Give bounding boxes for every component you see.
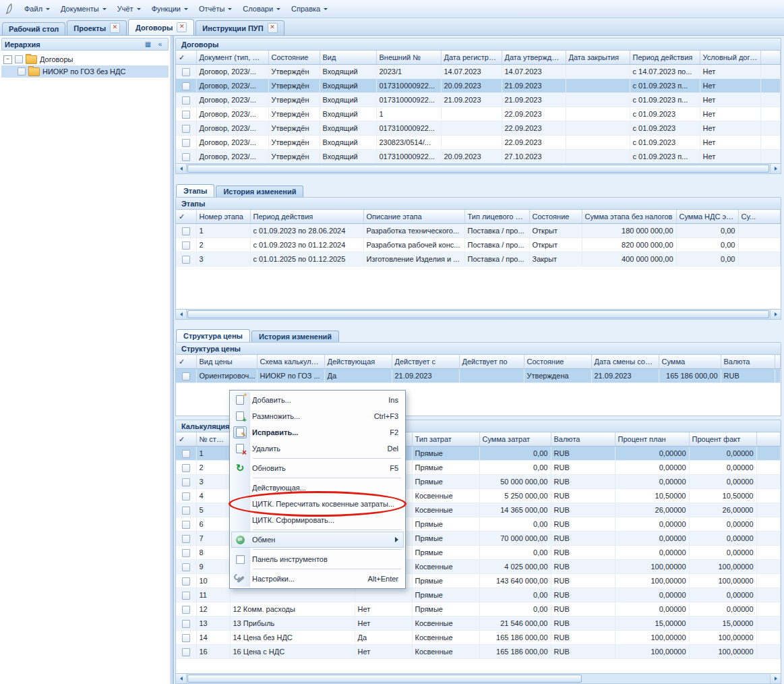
row-checkbox[interactable] xyxy=(182,492,190,501)
row-checkbox[interactable] xyxy=(182,68,190,76)
table-row[interactable]: 1с 01.09.2023 по 28.06.2024Разработка те… xyxy=(176,224,781,238)
menubar-item-accounting[interactable]: Учёт xyxy=(112,3,146,15)
row-checkbox[interactable] xyxy=(182,227,190,235)
contracts-horizontal-scrollbar[interactable] xyxy=(175,164,781,174)
menu-item[interactable]: ЦИТК. Сформировать... xyxy=(231,512,404,528)
column-header[interactable]: Действует по xyxy=(459,355,524,369)
row-checkbox[interactable] xyxy=(182,125,190,133)
table-row[interactable]: Договор, 2023/...УтверждёнВходящий122.09… xyxy=(176,107,781,121)
column-header[interactable]: Процент план xyxy=(615,432,689,447)
column-header[interactable]: Процент факт xyxy=(689,432,756,447)
column-header[interactable]: Номер этапа xyxy=(196,210,250,224)
table-row[interactable]: 3с 01.01.2025 по 01.12.2025Изготовление … xyxy=(176,252,781,266)
row-checkbox[interactable] xyxy=(182,563,190,571)
row-checkbox[interactable] xyxy=(182,82,190,90)
table-row[interactable]: Договор, 2023/...УтверждёнВходящий2023/1… xyxy=(176,65,781,79)
row-checkbox[interactable] xyxy=(182,634,190,642)
view-mode-icon[interactable]: ▦ xyxy=(143,39,153,49)
tab-pup-instructions[interactable]: Инструкции ПУП✕ xyxy=(195,20,284,35)
menu-item[interactable]: ОбновитьF5 xyxy=(231,460,404,476)
row-checkbox[interactable] xyxy=(182,153,190,161)
tree-item-niokr[interactable]: НИОКР по ГОЗ без НДС xyxy=(1,65,169,78)
row-checkbox[interactable] xyxy=(182,450,190,458)
column-header[interactable]: Схема калькуляции xyxy=(257,355,324,369)
close-icon[interactable]: ✕ xyxy=(110,23,120,33)
table-row[interactable]: 11Прямые0,00RUB0,000000,00000 xyxy=(176,588,781,602)
tree-collapse-icon[interactable]: − xyxy=(3,55,12,64)
row-checkbox[interactable] xyxy=(182,606,190,614)
tab-price-structure[interactable]: Структура цены xyxy=(176,329,250,342)
column-header[interactable]: Тип затрат xyxy=(412,432,479,447)
tree-item-contracts[interactable]: − Договоры xyxy=(1,53,169,65)
row-checkbox[interactable] xyxy=(182,96,190,105)
scroll-left-icon[interactable] xyxy=(176,674,187,683)
column-header[interactable]: Условный догов... xyxy=(700,51,760,65)
menubar-item-reports[interactable]: Отчёты xyxy=(193,3,237,15)
table-row[interactable]: Договор, 2023/...УтверждёнВходящий017310… xyxy=(176,93,781,107)
row-checkbox[interactable] xyxy=(182,648,190,656)
row-checkbox[interactable] xyxy=(182,507,190,515)
table-row[interactable]: Договор, 2023/...УтверждёнВходящий017310… xyxy=(176,150,781,164)
table-row[interactable]: Договор, 2023/...УтверждёнВходящий230823… xyxy=(176,136,781,150)
calculation-horizontal-scrollbar[interactable] xyxy=(175,674,781,684)
collapse-panel-icon[interactable]: « xyxy=(155,39,165,49)
row-checkbox[interactable] xyxy=(182,256,190,264)
menubar-item-dictionaries[interactable]: Словари xyxy=(237,3,286,15)
column-header[interactable]: Валюта xyxy=(721,355,775,369)
table-row[interactable]: 1212 Комм. расходыНетПрямые0,00RUB0,0000… xyxy=(176,602,781,617)
column-header[interactable]: Дата смены состо... xyxy=(591,355,659,369)
column-header[interactable]: Действующая xyxy=(324,355,392,369)
table-row[interactable]: Ориентировоч...НИОКР по ГОЗ ...Да21.09.2… xyxy=(176,369,781,383)
scroll-right-icon[interactable] xyxy=(770,164,781,173)
menu-item[interactable]: Действующая... xyxy=(231,480,404,496)
tab-contracts[interactable]: Договоры✕ xyxy=(128,19,194,35)
menubar-item-help[interactable]: Справка xyxy=(286,3,333,15)
tab-price-history[interactable]: История изменений xyxy=(251,331,339,342)
table-row[interactable]: 1414 Цена без НДСДаКосвенные165 186 000,… xyxy=(176,631,781,645)
column-header[interactable]: Дата регистрации xyxy=(441,51,502,65)
column-header[interactable]: ✓ xyxy=(176,210,196,224)
column-header[interactable]: Описание этапа xyxy=(363,210,464,224)
column-header[interactable]: № строки xyxy=(196,432,230,447)
tree-checkbox[interactable] xyxy=(18,67,26,76)
scrollbar-thumb[interactable] xyxy=(187,675,582,683)
column-header[interactable]: Су... xyxy=(738,210,781,224)
column-header[interactable]: Сумма НДС этапа xyxy=(676,210,738,224)
column-header[interactable]: Сумма затрат xyxy=(479,432,551,447)
menu-item[interactable]: УдалитьDel xyxy=(231,440,404,457)
column-header[interactable] xyxy=(756,432,781,447)
menu-item[interactable]: Исправить...F2 xyxy=(231,424,404,440)
row-checkbox[interactable] xyxy=(182,577,190,586)
column-header[interactable]: Вид цены xyxy=(196,355,257,369)
menu-item[interactable]: Размножить...Ctrl+F3 xyxy=(231,408,404,424)
column-header[interactable]: Период действия xyxy=(250,210,363,224)
row-checkbox[interactable] xyxy=(182,478,190,486)
row-checkbox[interactable] xyxy=(182,549,190,557)
tab-stages[interactable]: Этапы xyxy=(176,184,214,197)
table-row[interactable]: Договор, 2023/...УтверждёнВходящий017310… xyxy=(176,121,781,136)
menu-item[interactable]: Обмен xyxy=(231,532,404,548)
tab-projects[interactable]: Проекты✕ xyxy=(67,20,127,35)
row-checkbox[interactable] xyxy=(182,464,190,472)
menubar-item-file[interactable]: Файл xyxy=(19,3,55,15)
table-row[interactable]: Договор, 2023/...УтверждёнВходящий017310… xyxy=(176,79,781,93)
scroll-right-icon[interactable] xyxy=(770,674,781,683)
column-header[interactable]: Вид xyxy=(320,51,376,65)
scroll-right-icon[interactable] xyxy=(770,310,781,319)
tab-desktop[interactable]: Рабочий стол xyxy=(2,22,65,35)
column-header[interactable]: Состояние xyxy=(524,355,591,369)
menu-item[interactable]: Добавить...Ins xyxy=(231,392,404,408)
tree-checkbox[interactable] xyxy=(15,55,23,63)
scrollbar-thumb[interactable] xyxy=(187,310,769,318)
menubar-item-functions[interactable]: Функции xyxy=(146,3,193,15)
column-header[interactable]: ✓ xyxy=(176,432,196,447)
scroll-left-icon[interactable] xyxy=(176,310,187,319)
row-checkbox[interactable] xyxy=(182,372,190,380)
menu-item[interactable]: ЦИТК. Пересчитать косвенные затраты... xyxy=(231,496,404,512)
scrollbar-thumb[interactable] xyxy=(187,165,769,173)
column-header[interactable]: Тип лицевого счёт xyxy=(464,210,529,224)
column-header[interactable]: Период действия xyxy=(630,51,700,65)
close-icon[interactable]: ✕ xyxy=(177,22,187,32)
row-checkbox[interactable] xyxy=(182,111,190,119)
column-header[interactable] xyxy=(775,355,781,369)
